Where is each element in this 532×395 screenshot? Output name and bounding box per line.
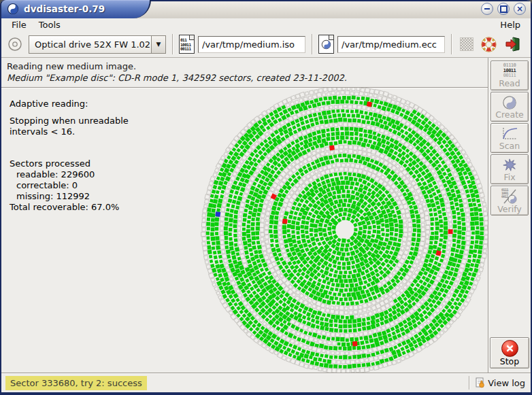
- fix-button[interactable]: Fix: [491, 154, 529, 184]
- stopping-line-2: intervals < 16.: [10, 126, 129, 137]
- close-icon: ×: [516, 5, 523, 13]
- maximize-button[interactable]: [497, 3, 510, 15]
- stop-label: Stop: [500, 357, 519, 366]
- ecc-file-icon: [318, 35, 334, 54]
- verify-label: Verify: [497, 205, 521, 213]
- read-binary-icon: 01110 10011 00111: [503, 63, 516, 79]
- toolbar: Optical drive 52X FW 1.02 ▼ 011 10011 00…: [1, 31, 531, 58]
- view-log-label: View log: [488, 378, 525, 388]
- ecc-file-input[interactable]: [337, 36, 445, 53]
- sectors-readable: readable: 229600: [10, 169, 129, 180]
- menu-item-file[interactable]: File: [5, 20, 33, 30]
- titlebar-background: [97, 1, 531, 18]
- close-button[interactable]: ×: [514, 3, 526, 15]
- optical-drive-icon: [7, 36, 23, 52]
- create-yinyang-icon: [502, 95, 517, 110]
- action-sidebar: 01110 10011 00111 Read Create: [488, 58, 531, 373]
- drive-select-value: Optical drive 52X FW 1.02: [29, 39, 151, 50]
- status-line-2: Medium "Example disc": CD-R mode 1, 3425…: [7, 73, 488, 83]
- disc-spiral: [199, 88, 488, 373]
- menu-item-help[interactable]: Help: [494, 20, 527, 30]
- stop-icon: [501, 340, 518, 357]
- verify-icon: 0111 1001 0011: [501, 188, 518, 205]
- minimize-icon: [484, 8, 490, 10]
- lifebelt-icon: [481, 37, 497, 52]
- read-button[interactable]: 01110 10011 00111 Read: [491, 61, 529, 90]
- status-header: Reading new medium image. Medium "Exampl…: [1, 58, 488, 88]
- statusbar: Sector 333680, try 2: success View log: [1, 373, 531, 392]
- app-yinyang-icon: [7, 3, 19, 15]
- view-log-icon: [475, 377, 486, 388]
- sectors-correctable: correctable: 0: [10, 180, 129, 191]
- scan-curve-icon: [501, 126, 518, 141]
- sectors-missing: missing: 112992: [10, 191, 129, 202]
- create-button[interactable]: Create: [491, 92, 529, 122]
- menu-item-tools[interactable]: Tools: [33, 20, 67, 30]
- drive-select[interactable]: Optical drive 52X FW 1.02 ▼: [29, 35, 166, 54]
- status-message: Sector 333680, try 2: success: [5, 376, 147, 390]
- window-title: dvdisaster-0.79: [24, 0, 105, 18]
- read-label: Read: [499, 79, 520, 88]
- help-button[interactable]: [481, 37, 497, 52]
- titlebar-tab[interactable]: dvdisaster-0.79: [1, 0, 151, 18]
- menubar: File Tools Help: [1, 18, 531, 31]
- toolbar-separator: [312, 34, 312, 54]
- preferences-disabled-icon: [460, 37, 473, 51]
- status-line-1: Reading new medium image.: [7, 61, 488, 71]
- maximize-icon: [500, 5, 508, 13]
- image-file-input[interactable]: [198, 36, 305, 53]
- scan-button[interactable]: Scan: [491, 123, 529, 153]
- create-label: Create: [495, 110, 524, 119]
- info-panel: Adaptive reading: Stopping when unreadab…: [10, 99, 129, 213]
- total-recoverable: Total recoverable: 67.0%: [10, 202, 129, 213]
- toolbar-separator: [451, 34, 452, 54]
- main-panel: Adaptive reading: Stopping when unreadab…: [1, 88, 488, 373]
- preferences-button[interactable]: [459, 37, 473, 51]
- titlebar: dvdisaster-0.79 ×: [1, 0, 531, 18]
- scan-label: Scan: [499, 141, 520, 150]
- reading-mode-label: Adaptive reading:: [10, 99, 129, 109]
- stop-button[interactable]: Stop: [490, 337, 529, 368]
- quit-button[interactable]: [504, 36, 520, 52]
- chevron-down-icon[interactable]: ▼: [151, 36, 165, 53]
- view-log-button[interactable]: View log: [469, 377, 527, 388]
- exit-door-icon: [504, 36, 520, 52]
- verify-button[interactable]: 0111 1001 0011 Verify: [491, 186, 529, 216]
- minimize-button[interactable]: [481, 3, 493, 15]
- app-window: dvdisaster-0.79 × File Tools Help Optica…: [0, 0, 532, 395]
- fix-splash-icon: [502, 158, 517, 173]
- fix-label: Fix: [503, 173, 515, 182]
- sectors-title: Sectors processed: [10, 158, 129, 169]
- toolbar-separator: [172, 34, 173, 54]
- stopping-line-1: Stopping when unreadable: [10, 116, 129, 126]
- image-file-icon: 011 10011 00111: [179, 35, 195, 54]
